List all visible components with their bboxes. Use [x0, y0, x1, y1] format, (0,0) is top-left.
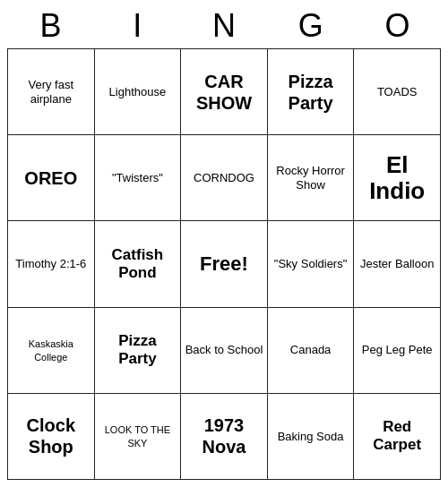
cell-r3-c2: Back to School — [181, 307, 268, 393]
cell-r1-c3: Rocky Horror Show — [267, 135, 354, 221]
cell-r4-c2: 1973 Nova — [181, 393, 268, 479]
cell-r2-c2: Free! — [181, 221, 268, 307]
cell-r2-c3: "Sky Soldiers" — [267, 221, 354, 307]
cell-r2-c0: Timothy 2:1-6 — [8, 221, 95, 307]
cell-r0-c3: Pizza Party — [267, 49, 354, 135]
letter-o: O — [354, 7, 441, 45]
cell-r4-c1: LOOK TO THE SKY — [94, 393, 181, 479]
cell-r0-c4: TOADS — [354, 49, 441, 135]
cell-r3-c1: Pizza Party — [94, 307, 181, 393]
cell-r0-c2: CAR SHOW — [181, 49, 268, 135]
letter-g: G — [267, 7, 354, 45]
cell-r3-c4: Peg Leg Pete — [354, 307, 441, 393]
cell-r1-c0: OREO — [8, 135, 95, 221]
bingo-grid: Very fast airplaneLighthouseCAR SHOWPizz… — [7, 48, 441, 480]
letter-n: N — [181, 7, 268, 45]
cell-r3-c3: Canada — [267, 307, 354, 393]
letter-b: B — [7, 7, 94, 45]
cell-r1-c1: "Twisters" — [94, 135, 181, 221]
cell-r3-c0: Kaskaskia College — [8, 307, 95, 393]
cell-r0-c0: Very fast airplane — [8, 49, 95, 135]
cell-r1-c4: El Indio — [354, 135, 441, 221]
cell-r2-c4: Jester Balloon — [354, 221, 441, 307]
cell-r2-c1: Catfish Pond — [94, 221, 181, 307]
cell-r4-c3: Baking Soda — [267, 393, 354, 479]
cell-r1-c2: CORNDOG — [181, 135, 268, 221]
cell-r4-c4: Red Carpet — [354, 393, 441, 479]
cell-r4-c0: Clock Shop — [8, 393, 95, 479]
letter-i: I — [94, 7, 181, 45]
bingo-header: B I N G O — [7, 7, 441, 45]
cell-r0-c1: Lighthouse — [94, 49, 181, 135]
